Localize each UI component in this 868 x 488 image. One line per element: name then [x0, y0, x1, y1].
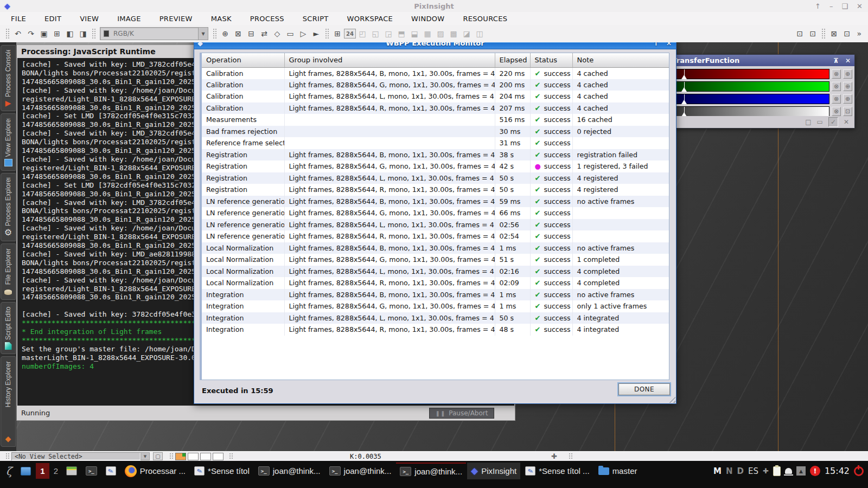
zoom-out-icon[interactable]: ⊟ — [245, 27, 258, 40]
channel-dropdown-icon[interactable]: ▼ — [198, 28, 208, 40]
readout-mode-icon[interactable]: ⊕ — [219, 27, 232, 40]
menu-resources[interactable]: RESOURCES — [463, 15, 507, 23]
browse-doc-icon[interactable]: ▭ — [817, 118, 823, 126]
active-channel-swatch[interactable] — [175, 453, 186, 460]
table-row[interactable]: RegistrationLight frames, 8288x5644, G, … — [202, 160, 669, 172]
table-row[interactable]: Local NormalizationLight frames, 8288x56… — [202, 277, 669, 289]
mask-enable-icon[interactable]: ◪ — [460, 27, 473, 40]
task-firefox[interactable]: Processar ... — [121, 463, 189, 479]
notifications-bell-icon[interactable] — [785, 468, 792, 474]
table-row[interactable]: LN reference generationLight frames, 828… — [202, 196, 669, 208]
clock[interactable]: 15:42 — [825, 466, 850, 476]
monitor-secondary-icon[interactable]: ⊡ — [793, 27, 806, 40]
new-view-button[interactable]: ▢ — [153, 452, 163, 460]
window-manager-menu[interactable]: ζ — [2, 463, 16, 479]
view-selector[interactable]: <No View Selected> — [11, 452, 141, 460]
table-row[interactable]: CalibrationLight frames, 8288x5644, L, m… — [202, 91, 669, 102]
new-preview-icon[interactable]: ⊞ — [50, 27, 63, 40]
track-channel-icon[interactable]: ⊕ — [843, 94, 852, 104]
minimize-window-icon[interactable]: – — [829, 2, 833, 10]
menu-script[interactable]: SCRIPT — [303, 15, 329, 23]
table-row[interactable]: IntegrationLight frames, 8288x5644, G, m… — [202, 300, 669, 312]
midtone-marker[interactable] — [684, 107, 685, 116]
task-terminal-1[interactable]: >_joan@think... — [254, 463, 324, 479]
column-operation[interactable]: Operation — [202, 53, 284, 67]
monitor-primary-icon[interactable]: ⊡ — [806, 27, 819, 40]
table-row[interactable]: IntegrationLight frames, 8288x5644, R, m… — [202, 324, 669, 336]
tray-indicator-m[interactable]: M — [713, 466, 722, 476]
table-row[interactable]: IntegrationLight frames, 8288x5644, B, m… — [202, 289, 669, 301]
channel-swatch[interactable] — [188, 453, 199, 460]
mask-remove-icon[interactable]: ▨ — [434, 27, 447, 40]
send-to-workspace-icon[interactable]: ◰ — [356, 27, 369, 40]
arrow-mode-icon[interactable]: ▷ — [297, 27, 310, 40]
channel-swatch[interactable] — [200, 453, 211, 460]
fit-view-icon[interactable]: ⇄ — [258, 27, 271, 40]
menu-file[interactable]: FILE — [11, 15, 26, 23]
menu-workspace[interactable]: WORKSPACE — [347, 15, 393, 23]
menu-process[interactable]: PROCESS — [250, 15, 284, 23]
statusbar-grip[interactable] — [5, 453, 9, 460]
midtone-marker[interactable] — [684, 69, 685, 79]
task-file-manager[interactable]: master — [595, 463, 641, 479]
shade-window-icon[interactable]: ↑ — [815, 2, 821, 10]
table-row[interactable]: RegistrationLight frames, 8288x5644, R, … — [202, 184, 669, 196]
table-row[interactable]: Reference frame selection31 ms✔success — [202, 137, 669, 149]
reset-icon[interactable]: ✕ — [844, 118, 849, 126]
workspace-2[interactable]: 2 — [50, 463, 61, 479]
pointer-icon[interactable]: ► — [310, 27, 323, 40]
maximize-window-icon[interactable]: ❑ — [841, 2, 848, 10]
eject-media-icon[interactable]: ▲ — [796, 466, 806, 476]
screen-lock-icon[interactable]: ⊠ — [827, 27, 840, 40]
stf-pin-icon[interactable]: ⊼ — [833, 57, 839, 65]
sidebar-tab-history-explorer[interactable]: History Explorer◆ — [1, 356, 16, 447]
redo-icon[interactable]: ↷ — [24, 27, 37, 40]
track-channel-icon[interactable]: ⊕ — [843, 69, 852, 79]
column-elapsed[interactable]: Elapsed — [495, 53, 530, 67]
sidebar-tab-process-console[interactable]: Process Console▶ — [1, 45, 16, 111]
close-window-icon[interactable]: ✕ — [857, 2, 863, 10]
task-terminal-3[interactable]: >_joan@think... — [396, 463, 466, 479]
menu-mask[interactable]: MASK — [211, 15, 232, 23]
close-all-icon[interactable]: ◲ — [382, 27, 395, 40]
sidebar-tab-view-explorer[interactable]: View Explorer — [1, 113, 16, 171]
wbpp-shade-icon[interactable]: ↑ — [653, 42, 659, 47]
statusbar-grip[interactable] — [229, 453, 233, 460]
pan-mode-icon[interactable]: ◇ — [271, 27, 284, 40]
midtone-marker[interactable] — [684, 94, 685, 104]
move-cross-icon[interactable]: ✚ — [551, 452, 557, 460]
terminal-launcher[interactable]: >_ — [82, 463, 101, 479]
table-row[interactable]: Local NormalizationLight frames, 8288x56… — [202, 266, 669, 278]
channel-swatch[interactable] — [213, 453, 224, 460]
menu-window[interactable]: WINDOW — [411, 15, 444, 23]
toolbar-overflow-icon[interactable]: » — [857, 29, 861, 38]
apply-check-icon[interactable]: ✓ — [828, 117, 838, 127]
channel-selector[interactable]: RGB/K ▼ — [100, 27, 208, 40]
menu-preview[interactable]: PREVIEW — [159, 15, 193, 23]
new-image-icon[interactable]: ⊞ — [331, 27, 344, 40]
table-row[interactable]: LN reference generationLight frames, 828… — [202, 219, 669, 231]
wbpp-close-icon[interactable]: ✕ — [666, 42, 672, 47]
wbpp-operations-table[interactable]: Operation Group involved Elapsed Status … — [200, 53, 669, 380]
reset-channel-icon[interactable]: ⊗ — [832, 82, 841, 91]
select-mode-icon[interactable]: ▭ — [284, 27, 297, 40]
menu-view[interactable]: VIEW — [80, 15, 99, 23]
sidebar-tab-file-explorer[interactable]: File Explorer — [1, 243, 16, 300]
sidebar-tab-process-explorer[interactable]: Process Explorer⚙ — [1, 173, 16, 241]
reset-channel-icon[interactable]: ⊗ — [832, 94, 841, 104]
column-group-involved[interactable]: Group involved — [284, 53, 495, 67]
pause-abort-button[interactable]: ❚❚ Pause/Abort — [429, 408, 494, 419]
table-row[interactable]: CalibrationLight frames, 8288x5644, B, m… — [202, 67, 669, 79]
midtone-marker[interactable] — [684, 82, 685, 91]
screen-stf-icon[interactable]: ⊡ — [840, 27, 853, 40]
rename-view-icon[interactable]: ▣ — [37, 27, 50, 40]
bit-depth-24-icon[interactable]: 24 — [344, 29, 356, 38]
mask-show-icon[interactable]: ▦ — [421, 27, 434, 40]
table-row[interactable]: Measurements516 ms✔success16 cached — [202, 114, 669, 126]
table-row[interactable]: RegistrationLight frames, 8288x5644, B, … — [202, 149, 669, 161]
task-editor-2[interactable]: ✎*Sense títol ... — [521, 463, 593, 479]
show-desktop[interactable] — [17, 463, 35, 479]
mask-invert-icon[interactable]: ▩ — [447, 27, 460, 40]
track-channel-icon[interactable]: ⊕ — [843, 82, 852, 91]
table-row[interactable]: RegistrationLight frames, 8288x5644, L, … — [202, 172, 669, 184]
